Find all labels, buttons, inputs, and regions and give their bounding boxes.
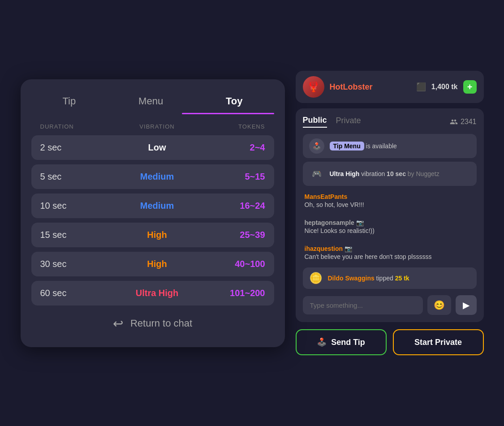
row-duration: 10 sec bbox=[40, 201, 94, 211]
tip-username: Dildo Swaggins bbox=[328, 275, 375, 282]
left-panel: Tip Menu Toy DURATION VIBRATION TOKENS 2… bbox=[21, 79, 285, 347]
table-header: DURATION VIBRATION TOKENS bbox=[31, 123, 274, 130]
toy-row[interactable]: 30 sec High 40~100 bbox=[31, 252, 274, 276]
row-tokens: 2~4 bbox=[220, 142, 265, 153]
header-duration: DURATION bbox=[40, 123, 94, 130]
header-tokens: TOKENS bbox=[220, 123, 265, 130]
vibration-message: 🎮 Ultra High vibration 10 sec by Nuggetz bbox=[303, 162, 477, 186]
token-balance: 1,400 tk bbox=[431, 83, 458, 91]
row-vibration: Medium bbox=[94, 172, 220, 182]
send-tip-icon: 🕹️ bbox=[317, 337, 327, 347]
chat-message: heptagonsample 📷 Nice! Looks so realisti… bbox=[303, 215, 477, 238]
send-icon: ▶ bbox=[463, 300, 470, 310]
chat-message: MansEatPants Oh, so hot, love VR!!! bbox=[303, 189, 477, 212]
tip-coin-icon: 🪙 bbox=[309, 272, 323, 284]
right-panel: 🦞 HotLobster ⬛ 1,400 tk + Public Private… bbox=[296, 71, 484, 355]
viewer-count: 2341 bbox=[450, 118, 477, 126]
main-container: Tip Menu Toy DURATION VIBRATION TOKENS 2… bbox=[0, 0, 504, 426]
logout-icon[interactable]: ⬛ bbox=[416, 82, 426, 92]
row-vibration: Ultra High bbox=[94, 288, 220, 298]
toy-row[interactable]: 15 sec High 25~39 bbox=[31, 223, 274, 247]
tip-amount: 25 tk bbox=[395, 275, 409, 282]
message-text: Oh, so hot, love VR!!! bbox=[305, 201, 475, 208]
vibration-description: Ultra High vibration 10 sec by Nuggetz bbox=[330, 170, 439, 177]
tab-active-indicator bbox=[182, 113, 274, 114]
row-duration: 15 sec bbox=[40, 230, 94, 240]
system-text: Tip Menu is available bbox=[330, 142, 397, 150]
return-label: Return to chat bbox=[130, 318, 192, 329]
tip-menu-badge: Tip Menu bbox=[330, 142, 364, 151]
row-duration: 30 sec bbox=[40, 259, 94, 269]
tip-text: Dildo Swaggins tipped 25 tk bbox=[328, 275, 409, 282]
return-icon: ↩ bbox=[113, 316, 123, 331]
send-tip-label: Send Tip bbox=[331, 338, 365, 347]
vib-level: Ultra High bbox=[330, 170, 360, 177]
header-vibration: VIBRATION bbox=[126, 123, 189, 130]
toy-row[interactable]: 60 sec Ultra High 101~200 bbox=[31, 281, 274, 306]
toy-rows-container: 2 sec Low 2~4 5 sec Medium 5~15 10 sec M… bbox=[31, 135, 274, 306]
bottom-buttons: 🕹️ Send Tip Start Private bbox=[296, 329, 484, 355]
system-icon: 🕹️ bbox=[309, 138, 324, 154]
send-message-button[interactable]: ▶ bbox=[456, 295, 477, 315]
row-vibration: High bbox=[94, 230, 220, 240]
viewer-icon bbox=[450, 118, 458, 126]
toy-row[interactable]: 10 sec Medium 16~24 bbox=[31, 194, 274, 218]
message-username: ihazquestion 📷 bbox=[305, 245, 475, 252]
tab-toy[interactable]: Toy bbox=[215, 92, 253, 111]
send-tip-button[interactable]: 🕹️ Send Tip bbox=[296, 329, 387, 355]
vib-by: by Nuggetz bbox=[408, 170, 439, 177]
viewer-count-number: 2341 bbox=[461, 118, 477, 126]
chat-tab-public[interactable]: Public bbox=[303, 116, 327, 128]
add-tokens-button[interactable]: + bbox=[463, 80, 477, 94]
row-tokens: 25~39 bbox=[220, 230, 265, 240]
user-header: 🦞 HotLobster ⬛ 1,400 tk + bbox=[296, 71, 484, 103]
toy-row[interactable]: 5 sec Medium 5~15 bbox=[31, 164, 274, 189]
chat-message: ihazquestion 📷 Can't believe you are her… bbox=[303, 241, 477, 264]
avatar-icon: 🦞 bbox=[307, 81, 319, 93]
row-tokens: 101~200 bbox=[220, 288, 265, 298]
row-vibration: Low bbox=[94, 142, 220, 153]
row-vibration: High bbox=[94, 259, 220, 269]
row-tokens: 16~24 bbox=[220, 201, 265, 211]
row-vibration: Medium bbox=[94, 201, 220, 211]
row-duration: 5 sec bbox=[40, 172, 94, 182]
tip-notification: 🪙 Dildo Swaggins tipped 25 tk bbox=[303, 267, 477, 289]
message-text: Can't believe you are here don't stop pl… bbox=[305, 253, 475, 260]
row-duration: 60 sec bbox=[40, 288, 94, 298]
avatar: 🦞 bbox=[303, 76, 324, 98]
tab-bar: Tip Menu Toy bbox=[31, 92, 274, 111]
emoji-icon: 😊 bbox=[434, 300, 445, 310]
vibration-icon: 🎮 bbox=[309, 166, 324, 181]
chat-messages: 🕹️ Tip Menu is available 🎮 Ultra High vi… bbox=[303, 134, 477, 289]
tab-menu[interactable]: Menu bbox=[128, 92, 174, 111]
chat-input[interactable] bbox=[303, 296, 423, 314]
username: HotLobster bbox=[330, 82, 408, 92]
return-to-chat-button[interactable]: ↩ Return to chat bbox=[31, 316, 274, 331]
tab-tip[interactable]: Tip bbox=[52, 92, 86, 111]
row-tokens: 40~100 bbox=[220, 259, 265, 269]
toy-row[interactable]: 2 sec Low 2~4 bbox=[31, 135, 274, 160]
row-tokens: 5~15 bbox=[220, 172, 265, 182]
message-text: Nice! Looks so realistic!)) bbox=[305, 227, 475, 234]
chat-input-row: 😊 ▶ bbox=[303, 295, 477, 315]
message-username: MansEatPants bbox=[305, 193, 475, 200]
message-username: heptagonsample 📷 bbox=[305, 219, 475, 226]
tab-indicator-container bbox=[31, 112, 274, 114]
emoji-button[interactable]: 😊 bbox=[427, 295, 451, 315]
row-duration: 2 sec bbox=[40, 142, 94, 153]
chat-panel: Public Private 2341 🕹️ Tip Menu is avail… bbox=[296, 108, 484, 322]
system-message: 🕹️ Tip Menu is available bbox=[303, 134, 477, 158]
chat-tab-private[interactable]: Private bbox=[336, 116, 361, 127]
chat-tab-bar: Public Private 2341 bbox=[303, 116, 477, 128]
start-private-button[interactable]: Start Private bbox=[393, 329, 484, 355]
